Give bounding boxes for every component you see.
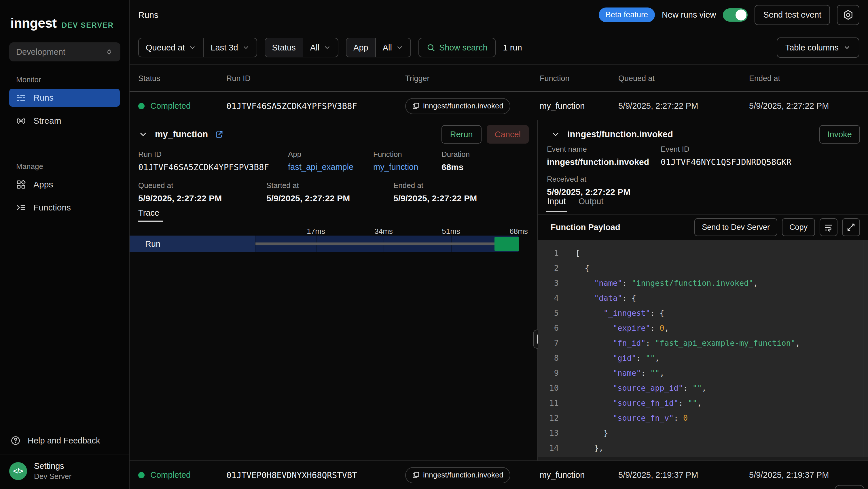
- sidebar-item-label: Apps: [33, 180, 53, 190]
- payload-toolbar: Function Payload Send to Dev Server Copy: [538, 214, 868, 240]
- line-number: 6: [538, 321, 559, 336]
- rerun-button[interactable]: Rerun: [441, 125, 482, 144]
- external-link-icon[interactable]: [215, 130, 223, 139]
- payload-title: Function Payload: [551, 223, 620, 232]
- line-number: 2: [538, 261, 559, 276]
- line-number: 1: [538, 246, 559, 261]
- sidebar-item-label: Functions: [33, 203, 71, 212]
- status-filter-dropdown[interactable]: All: [303, 38, 338, 57]
- trigger-event-pill[interactable]: inngest/function.invoked: [405, 467, 510, 483]
- app-link[interactable]: fast_api_example: [288, 162, 353, 172]
- status-filter-label: Status: [265, 38, 303, 57]
- code-line: 2 {: [538, 261, 868, 276]
- function-link[interactable]: my_function: [373, 162, 418, 172]
- logo-row: inngest DEV SERVER: [0, 0, 129, 31]
- run-id-cell: 01JTVF46SA5ZCDK4YPFSPV3B8F: [226, 101, 405, 111]
- settings-item[interactable]: </> Settings Dev Server: [0, 454, 129, 489]
- invoke-button[interactable]: Invoke: [819, 125, 860, 144]
- editor-gutter-line: [863, 240, 863, 460]
- environment-select-value: Development: [16, 47, 65, 57]
- collapse-event-button[interactable]: [551, 130, 560, 139]
- dev-server-badge: DEV SERVER: [62, 21, 114, 29]
- ended-at-cell: 5/9/2025, 2:19:37 PM: [749, 470, 868, 480]
- sidebar-item-stream[interactable]: Stream: [9, 112, 120, 130]
- runs-icon: [16, 93, 26, 103]
- chevron-down-icon: [323, 44, 331, 51]
- send-to-dev-server-button[interactable]: Send to Dev Server: [694, 218, 777, 236]
- run-detail-panel: my_function Rerun Cancel Run ID 01JTVF46…: [130, 120, 868, 460]
- event-pane: inngest/function.invoked Invoke Event na…: [538, 120, 868, 460]
- toggle-knob: [736, 9, 746, 21]
- app-filter-label: App: [346, 38, 375, 57]
- line-number: 9: [538, 366, 559, 381]
- code-line: 14 },: [538, 440, 868, 456]
- table-header: Status Run ID Trigger Function Queued at…: [130, 65, 868, 92]
- queued-at-cell: 5/9/2025, 2:19:37 PM: [618, 470, 749, 480]
- event-copy-icon: [412, 471, 420, 479]
- trace-exec-bar: [494, 237, 519, 251]
- sidebar-item-label: Stream: [33, 116, 61, 126]
- event-title: inngest/function.invoked: [567, 129, 673, 140]
- line-number: 10: [538, 381, 559, 396]
- new-runs-view-toggle[interactable]: [723, 8, 748, 22]
- show-search-button[interactable]: Show search: [418, 38, 496, 57]
- status-cell: Completed: [138, 470, 226, 480]
- line-number: 14: [538, 440, 559, 456]
- table-row[interactable]: Completed 01JTVF46SA5ZCDK4YPFSPV3B8F inn…: [130, 92, 868, 120]
- collapse-run-button[interactable]: [138, 130, 148, 139]
- tab-trace[interactable]: Trace: [138, 208, 159, 218]
- help-and-feedback[interactable]: Help and Feedback: [0, 427, 129, 454]
- trace-run-row[interactable]: Run: [130, 235, 519, 252]
- line-number: 11: [538, 396, 559, 410]
- sidebar-item-runs[interactable]: Runs: [9, 89, 120, 107]
- cancel-button[interactable]: Cancel: [487, 125, 529, 144]
- code-line: 4 "data": {: [538, 291, 868, 306]
- code-line: 8 "gid": "",: [538, 351, 868, 366]
- word-wrap-button[interactable]: [819, 218, 837, 236]
- trace-pane: my_function Rerun Cancel Run ID 01JTVF46…: [130, 120, 537, 460]
- chevron-down-icon: [551, 130, 560, 139]
- dev-server-avatar: </>: [9, 462, 27, 480]
- chevron-down-icon: [138, 130, 148, 139]
- status-filter-group: Status All: [265, 38, 338, 57]
- run-function-title: my_function: [155, 129, 208, 140]
- code-line: 12 "source_fn_v": 0: [538, 410, 868, 426]
- new-runs-view-label: New runs view: [662, 10, 716, 20]
- app-filter-group: App All: [346, 38, 411, 57]
- app-filter-dropdown[interactable]: All: [375, 38, 410, 57]
- sidebar-item-apps[interactable]: Apps: [9, 176, 120, 194]
- timeline-tick: 34ms: [374, 227, 393, 236]
- field-started-at: Started at 5/9/2025, 2:27:22 PM: [267, 181, 350, 203]
- column-header-status: Status: [138, 74, 226, 83]
- environment-select[interactable]: Development: [9, 42, 120, 61]
- time-field-dropdown[interactable]: Queued at: [139, 38, 203, 57]
- tab-output[interactable]: Output: [578, 197, 605, 212]
- table-columns-button[interactable]: Table columns: [777, 37, 859, 58]
- send-test-event-button[interactable]: Send test event: [754, 5, 830, 25]
- tab-input[interactable]: Input: [546, 197, 567, 212]
- expand-payload-button[interactable]: [842, 218, 860, 236]
- code-line: 1[: [538, 246, 868, 261]
- settings-subtitle: Dev Server: [34, 472, 71, 481]
- copy-button[interactable]: Copy: [782, 218, 815, 236]
- time-range-dropdown[interactable]: Last 3d: [203, 38, 256, 57]
- settings-gear-button[interactable]: [837, 5, 859, 25]
- code-line: 3 "name": "inngest/function.invoked",: [538, 276, 868, 291]
- status-cell: Completed: [138, 101, 226, 111]
- sidebar-item-functions[interactable]: Functions: [9, 199, 120, 217]
- line-number: 5: [538, 306, 559, 321]
- peek-button-partial[interactable]: [835, 485, 865, 489]
- event-copy-icon: [412, 103, 420, 110]
- gear-icon: [842, 9, 854, 21]
- chevrons-up-down-icon: [105, 48, 114, 56]
- column-header-run-id: Run ID: [226, 74, 405, 83]
- trigger-event-pill[interactable]: inngest/function.invoked: [405, 98, 510, 114]
- code-lines: 1[2 {3 "name": "inngest/function.invoked…: [538, 240, 868, 456]
- payload-code-editor[interactable]: 1[2 {3 "name": "inngest/function.invoked…: [538, 240, 868, 460]
- horizontal-scrollbar[interactable]: [538, 457, 868, 460]
- table-row[interactable]: Completed 01JTVEP0H8EVDNYXH68QRSTVBT inn…: [130, 460, 868, 489]
- run-count: 1 run: [503, 43, 522, 53]
- main-content: Runs Beta feature New runs view Send tes…: [130, 0, 868, 489]
- ended-at-cell: 5/9/2025, 2:27:22 PM: [749, 101, 868, 111]
- stream-icon: [16, 116, 26, 126]
